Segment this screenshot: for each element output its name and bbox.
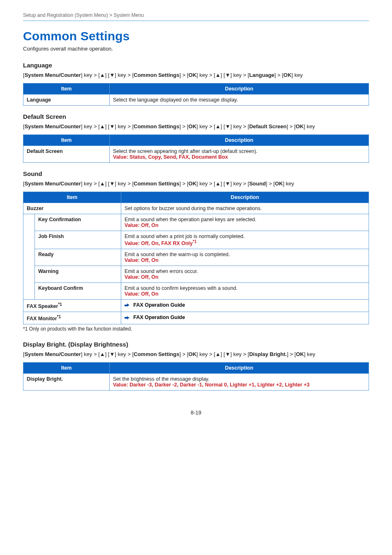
table-row: Display Bright. Set the brightness of th… — [23, 374, 369, 391]
cell-item: Default Screen — [23, 146, 110, 163]
th-description: Description — [110, 135, 369, 146]
th-item: Item — [23, 135, 110, 146]
cell-item: Ready — [35, 249, 121, 266]
cell-description: Emit a sound when the operation panel ke… — [121, 214, 369, 231]
cell-item: Display Bright. — [23, 374, 110, 391]
reference-link[interactable]: FAX Operation Guide — [133, 302, 185, 308]
cell-item: FAX Speaker*1 — [23, 300, 121, 312]
cell-description: Emit a sound when a print job is normall… — [121, 231, 369, 249]
cell-description: Emit a sound when errors occur. Value: O… — [121, 266, 369, 283]
table-row: Buzzer Set options for buzzer sound duri… — [23, 203, 369, 214]
table-row: Job Finish Emit a sound when a print job… — [23, 231, 369, 249]
th-item: Item — [23, 83, 110, 95]
section-heading-language: Language — [23, 62, 369, 69]
table-row: Default Screen Select the screen appeari… — [23, 146, 369, 163]
cell-item: Job Finish — [35, 231, 121, 249]
reference-link[interactable]: FAX Operation Guide — [133, 314, 185, 320]
cell-description: FAX Operation Guide — [121, 312, 369, 324]
cell-description: Emit a sound when the warm-up is complet… — [121, 249, 369, 266]
nav-path-default-screen: [System Menu/Counter] key > [▲] [▼] key … — [23, 123, 369, 130]
table-row: Language Select the language displayed o… — [23, 95, 369, 106]
table-default-screen: Item Description Default Screen Select t… — [23, 134, 369, 163]
table-sound: Item Description Buzzer Set options for … — [23, 192, 369, 324]
nav-path-display-bright: [System Menu/Counter] key > [▲] [▼] key … — [23, 351, 369, 357]
th-item: Item — [23, 192, 121, 203]
footnote: *1 Only on products with the fax functio… — [23, 326, 369, 332]
section-heading-default-screen: Default Screen — [23, 113, 369, 120]
cell-item: Language — [23, 95, 110, 106]
cell-item: Keyboard Confirm — [35, 283, 121, 300]
cell-description: Set the brightness of the message displa… — [110, 374, 369, 391]
table-display-bright: Item Description Display Bright. Set the… — [23, 362, 369, 391]
cell-item: Key Confirmation — [35, 214, 121, 231]
cell-item: Buzzer — [23, 203, 121, 214]
intro-text: Configures overall machine operation. — [23, 46, 369, 52]
table-row: Ready Emit a sound when the warm-up is c… — [23, 249, 369, 266]
th-description: Description — [110, 363, 369, 374]
indent-cell — [23, 214, 35, 300]
cell-item: FAX Monitor*1 — [23, 312, 121, 324]
header-divider — [23, 21, 369, 21]
table-row: FAX Monitor*1 FAX Operation Guide — [23, 312, 369, 324]
arrow-icon — [125, 316, 129, 320]
arrow-icon — [125, 303, 129, 307]
cell-description: Emit a sound to confirm keypresses with … — [121, 283, 369, 300]
cell-description: Select the language displayed on the mes… — [110, 95, 369, 106]
table-row: FAX Speaker*1 FAX Operation Guide — [23, 300, 369, 312]
table-row: Warning Emit a sound when errors occur. … — [23, 266, 369, 283]
breadcrumb: Setup and Registration (System Menu) > S… — [23, 12, 369, 18]
nav-path-language: [System Menu/Counter] key > [▲] [▼] key … — [23, 72, 369, 78]
page-title: Common Settings — [23, 29, 369, 43]
cell-description: FAX Operation Guide — [121, 300, 369, 312]
table-row: Key Confirmation Emit a sound when the o… — [23, 214, 369, 231]
table-row: Keyboard Confirm Emit a sound to confirm… — [23, 283, 369, 300]
th-description: Description — [110, 83, 369, 95]
section-heading-display-bright: Display Bright. (Display Brightness) — [23, 341, 369, 348]
section-heading-sound: Sound — [23, 170, 369, 177]
page-number: 8-19 — [23, 409, 369, 416]
cell-item: Warning — [35, 266, 121, 283]
nav-path-sound: [System Menu/Counter] key > [▲] [▼] key … — [23, 180, 369, 187]
cell-description: Set options for buzzer sound during the … — [121, 203, 369, 214]
th-item: Item — [23, 363, 110, 374]
cell-description: Select the screen appearing right after … — [110, 146, 369, 163]
table-language: Item Description Language Select the lan… — [23, 83, 369, 106]
th-description: Description — [121, 192, 369, 203]
